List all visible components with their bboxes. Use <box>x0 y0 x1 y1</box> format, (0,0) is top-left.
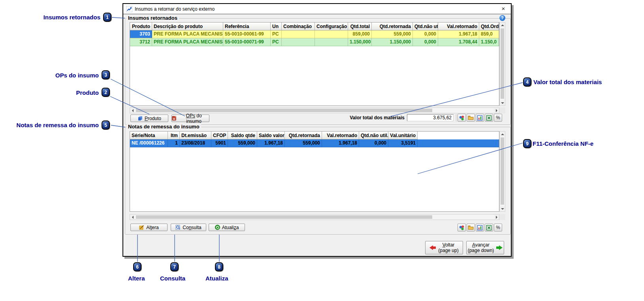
scroll-left-icon[interactable] <box>130 108 135 113</box>
window-title: Insumos a retornar do serviço externo <box>135 6 215 12</box>
column-header[interactable]: Val.unitário <box>388 132 418 139</box>
colored-balls-icon[interactable] <box>458 224 466 231</box>
scroll-down-icon[interactable] <box>500 100 505 105</box>
callout-badge-4: 4 <box>523 77 531 87</box>
produto-button[interactable]: Produto <box>130 115 168 122</box>
column-header[interactable]: Qtd.não util. <box>359 132 388 139</box>
notas-hscrollbar[interactable] <box>130 214 499 220</box>
cell: NE /000061226 <box>130 139 168 147</box>
product-box-icon <box>137 116 143 121</box>
green-right-arrow-icon <box>496 245 503 250</box>
table-row[interactable]: 3712PRE FORMA PLACA MECANISMO55-0010-000… <box>130 38 499 46</box>
scroll-corner <box>499 107 505 113</box>
toolbar-icons-top: % <box>458 114 502 122</box>
scroll-thumb[interactable] <box>136 215 432 219</box>
cell: 1.708,44 <box>438 38 479 46</box>
close-icon[interactable]: × <box>500 5 507 12</box>
scroll-up-icon[interactable] <box>500 132 505 137</box>
cell: PC <box>271 38 282 46</box>
app-window: Insumos a retornar do serviço externo × … <box>122 3 512 257</box>
cell: 559,000 <box>228 139 257 147</box>
voltar-button[interactable]: Voltar (page up) <box>425 241 463 254</box>
column-header[interactable]: Saldo valor <box>257 132 285 139</box>
scroll-right-icon[interactable] <box>494 214 499 220</box>
cell: 1.967,18 <box>257 139 285 147</box>
cell: 3712 <box>130 38 152 46</box>
cell: 0,000 <box>359 139 388 147</box>
cell: 0,000 <box>413 30 438 38</box>
column-header[interactable]: Configuração <box>315 23 348 30</box>
avancar-sublabel: (page down) <box>468 248 494 253</box>
column-header[interactable]: Itm <box>168 132 180 139</box>
scroll-left-icon[interactable] <box>130 214 135 220</box>
column-header[interactable]: CFOP <box>211 132 228 139</box>
avancar-label: Avançar <box>472 242 490 248</box>
produto-button-label: Produto <box>145 116 161 121</box>
cell: 859,000 <box>348 30 372 38</box>
callout-label-3: OPs do insumo <box>55 72 99 79</box>
cell: 23/08/2018 <box>180 139 211 147</box>
cell: 859,0 <box>479 30 499 38</box>
column-header[interactable]: Qtd.Ord.Pr <box>479 23 499 30</box>
notas-table: Série/NotaItmDt.emissãoCFOPSaldo qtdeSal… <box>130 131 499 212</box>
column-header[interactable]: Combinação <box>282 23 315 30</box>
notas-vscrollbar[interactable] <box>499 131 505 212</box>
column-header[interactable]: Referência <box>223 23 271 30</box>
chart-icon[interactable] <box>476 114 484 122</box>
edit-note-icon <box>139 225 144 230</box>
column-header[interactable]: Descrição do produto <box>152 23 223 30</box>
folder-icon[interactable] <box>467 224 475 231</box>
callout-badge-9: 9 <box>523 139 531 148</box>
callout-label-8: Atualiza <box>205 275 228 282</box>
callout-badge-3: 3 <box>102 70 110 79</box>
insumos-vscrollbar[interactable] <box>499 22 505 106</box>
atualiza-button[interactable]: Atualiza <box>209 224 245 231</box>
column-header[interactable]: Produto <box>130 23 152 30</box>
scroll-up-icon[interactable] <box>500 23 505 28</box>
atualiza-button-label: Atualiza <box>222 225 239 230</box>
scroll-thumb[interactable] <box>501 28 504 99</box>
scroll-thumb[interactable] <box>136 109 432 112</box>
altera-button[interactable]: Altera <box>130 224 168 231</box>
title-bar: Insumos a retornar do serviço externo <box>123 4 511 14</box>
excel-export-icon[interactable] <box>485 114 493 122</box>
table-header-row: Série/NotaItmDt.emissãoCFOPSaldo qtdeSal… <box>130 132 499 139</box>
column-header[interactable]: Saldo qtde <box>228 132 257 139</box>
excel-export-icon[interactable] <box>485 224 493 231</box>
table-row[interactable]: 3703PRE FORMA PLACA MECANISMO55-0010-000… <box>130 30 499 38</box>
toolbar-icons-bottom: % <box>458 224 502 231</box>
column-header[interactable]: Qtd.retornada <box>372 23 413 30</box>
column-header[interactable]: Un <box>271 23 282 30</box>
colored-balls-icon[interactable] <box>458 114 466 122</box>
column-header[interactable]: Série/Nota <box>130 132 168 139</box>
cell: 3,5191 <box>388 139 418 147</box>
cell: 1.967,18 <box>322 139 359 147</box>
column-header[interactable]: Qtd.não util. <box>413 23 438 30</box>
avancar-button[interactable]: Avançar (page down) <box>466 241 504 254</box>
scroll-thumb[interactable] <box>501 137 504 205</box>
consulta-button[interactable]: Consulta <box>171 224 206 231</box>
percent-icon[interactable]: % <box>494 114 502 122</box>
group-insumos-title: Insumos retornados <box>126 15 179 21</box>
column-header[interactable]: Dt.emissão <box>180 132 211 139</box>
column-header[interactable]: Val.retornado <box>322 132 359 139</box>
column-header[interactable]: Qtd.total <box>348 23 372 30</box>
valor-total-field[interactable]: 3.675,62 <box>407 114 454 121</box>
percent-icon[interactable]: % <box>494 224 502 231</box>
table-row[interactable]: NE /000061226123/08/20185901559,0001.967… <box>130 139 499 147</box>
voltar-sublabel: (page up) <box>438 248 458 253</box>
chart-icon[interactable] <box>476 224 484 231</box>
ops-button-label: OPs do insumo <box>179 113 209 124</box>
callout-badge-5: 5 <box>102 120 110 130</box>
column-header[interactable]: Val.retornado <box>438 23 479 30</box>
help-icon[interactable]: ? <box>499 15 505 21</box>
ops-do-insumo-button[interactable]: OPs do insumo <box>171 115 209 122</box>
column-header[interactable]: Qtd.retornada <box>285 132 322 139</box>
folder-icon[interactable] <box>467 114 475 122</box>
cell: 5901 <box>211 139 228 147</box>
scroll-right-icon[interactable] <box>494 108 499 113</box>
scroll-down-icon[interactable] <box>500 206 505 211</box>
cell: PC <box>271 30 282 38</box>
cell: 1.150,000 <box>372 38 413 46</box>
ops-document-icon <box>172 116 177 121</box>
